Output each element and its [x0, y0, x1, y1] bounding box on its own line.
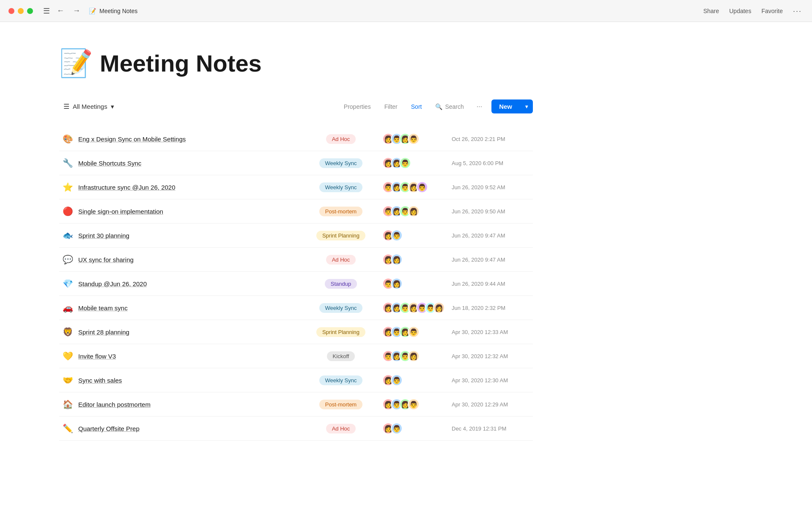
meeting-date: Jun 26, 2020 9:50 AM	[452, 208, 505, 215]
sort-button[interactable]: Sort	[408, 101, 425, 113]
table-row[interactable]: ✏️ Quarterly Offsite Prep Ad Hoc 👩👨Dec 4…	[59, 417, 533, 441]
meeting-tag: Ad Hoc	[326, 255, 356, 265]
meeting-emoji: 💛	[63, 351, 73, 361]
table-row[interactable]: 🚗 Mobile team sync Weekly Sync 👩👩👨👩👨👨👩Ju…	[59, 296, 533, 320]
meeting-name-cell: 🔴 Single sign-on implementation	[63, 206, 299, 216]
filter-button[interactable]: Filter	[381, 101, 401, 113]
meeting-name[interactable]: UX sync for sharing	[78, 256, 134, 263]
meeting-date: Jun 26, 2020 9:52 AM	[452, 184, 505, 190]
search-button[interactable]: 🔍 Search	[432, 101, 467, 113]
meeting-name[interactable]: Mobile Shortcuts Sync	[78, 160, 141, 167]
share-button[interactable]: Share	[703, 8, 719, 14]
favorite-button[interactable]: Favorite	[761, 8, 783, 14]
meeting-name-cell: 🚗 Mobile team sync	[63, 303, 299, 313]
meeting-name[interactable]: Invite flow V3	[78, 353, 116, 360]
meeting-avatars: 👩👨👩👨	[382, 133, 445, 145]
search-icon: 🔍	[435, 103, 442, 110]
meeting-name[interactable]: Sprint 30 planning	[78, 232, 129, 239]
meeting-emoji: 🚗	[63, 303, 73, 313]
meeting-emoji: 🎨	[63, 134, 73, 144]
table-row[interactable]: 🔴 Single sign-on implementation Post-mor…	[59, 199, 533, 224]
forward-button[interactable]: →	[71, 5, 82, 17]
meeting-name[interactable]: Eng x Design Sync on Mobile Settings	[78, 135, 186, 143]
meeting-name[interactable]: Sync with sales	[78, 377, 122, 384]
view-selector[interactable]: ☰ All Meetings ▾	[59, 100, 118, 113]
meeting-name[interactable]: Single sign-on implementation	[78, 208, 163, 215]
table-row[interactable]: 🔧 Mobile Shortcuts Sync Weekly Sync 👩👩👨A…	[59, 151, 533, 175]
table-row[interactable]: 💬 UX sync for sharing Ad Hoc 👩👩Jun 26, 2…	[59, 248, 533, 272]
meeting-avatars: 👨👩	[382, 278, 445, 290]
meeting-name-cell: ⭐ Infrastructure sync @Jun 26, 2020	[63, 182, 299, 192]
meeting-tag: Standup	[325, 279, 357, 289]
meeting-date: Apr 30, 2020 12:33 AM	[452, 329, 508, 335]
meeting-tag: Kickoff	[327, 351, 355, 361]
meeting-name-cell: 💛 Invite flow V3	[63, 351, 299, 361]
avatar: 👩	[408, 350, 420, 362]
table-row[interactable]: 💎 Standup @Jun 26, 2020 Standup 👨👩Jun 26…	[59, 272, 533, 296]
meeting-emoji: 💬	[63, 254, 73, 265]
page-emoji: 📝	[59, 47, 93, 79]
meeting-name[interactable]: Sprint 28 planning	[78, 329, 129, 336]
meeting-emoji: ⭐	[63, 182, 73, 192]
menu-button[interactable]: ☰	[43, 6, 50, 16]
titlebar-text: Meeting Notes	[99, 8, 137, 14]
meeting-date: Apr 30, 2020 12:29 AM	[452, 401, 508, 408]
table-row[interactable]: 🏠 Editor launch postmortem Post-mortem 👩…	[59, 392, 533, 417]
toolbar-more-button[interactable]: ···	[474, 100, 485, 113]
list-icon: ☰	[63, 102, 69, 110]
navigation: ☰ ← →	[41, 5, 82, 17]
meeting-tag: Weekly Sync	[319, 158, 363, 168]
meeting-avatars: 👩👨	[382, 374, 445, 386]
avatar: 👨	[391, 229, 403, 241]
meeting-name-cell: 🦁 Sprint 28 planning	[63, 327, 299, 337]
meeting-name[interactable]: Quarterly Offsite Prep	[78, 425, 140, 432]
table-row[interactable]: ⭐ Infrastructure sync @Jun 26, 2020 Week…	[59, 175, 533, 199]
table-row[interactable]: 💛 Invite flow V3 Kickoff 👨👩👨👩Apr 30, 202…	[59, 344, 533, 368]
meeting-name-cell: 🎨 Eng x Design Sync on Mobile Settings	[63, 134, 299, 144]
meeting-date: Jun 18, 2020 2:32 PM	[452, 305, 505, 311]
meeting-avatars: 👩👩👨	[382, 157, 445, 169]
avatar: 👨	[391, 422, 403, 434]
meeting-tag: Weekly Sync	[319, 375, 363, 385]
meeting-avatars: 👩👩👨👩👨👨👩	[382, 302, 445, 314]
titlebar-emoji: 📝	[89, 8, 96, 14]
meeting-tag: Post-mortem	[319, 207, 362, 216]
meeting-name-cell: 🤝 Sync with sales	[63, 375, 299, 385]
back-button[interactable]: ←	[55, 5, 66, 17]
meeting-avatars: 👩👨	[382, 422, 445, 434]
avatar: 👨	[391, 374, 403, 386]
meeting-emoji: 💎	[63, 279, 73, 289]
minimize-button[interactable]	[18, 8, 24, 14]
maximize-button[interactable]	[27, 8, 33, 14]
meeting-name[interactable]: Standup @Jun 26, 2020	[78, 280, 147, 287]
more-button[interactable]: ···	[793, 6, 802, 15]
meeting-emoji: 🏠	[63, 399, 73, 409]
meeting-emoji: 🤝	[63, 375, 73, 385]
avatar: 👩	[391, 254, 403, 265]
meeting-name[interactable]: Mobile team sync	[78, 304, 128, 312]
close-button[interactable]	[8, 8, 14, 14]
table-row[interactable]: 🐟 Sprint 30 planning Sprint Planning 👩👨J…	[59, 224, 533, 248]
meeting-name[interactable]: Editor launch postmortem	[78, 401, 151, 408]
meeting-emoji: 🦁	[63, 327, 73, 337]
meeting-name[interactable]: Infrastructure sync @Jun 26, 2020	[78, 184, 176, 191]
titlebar-title: 📝 Meeting Notes	[89, 8, 137, 14]
toolbar: ☰ All Meetings ▾ Properties Filter Sort …	[59, 99, 533, 113]
table-row[interactable]: 🎨 Eng x Design Sync on Mobile Settings A…	[59, 127, 533, 151]
table-row[interactable]: 🤝 Sync with sales Weekly Sync 👩👨Apr 30, …	[59, 368, 533, 392]
meeting-avatars: 👩👨👩👨	[382, 326, 445, 338]
avatar: 👩	[391, 278, 403, 290]
updates-button[interactable]: Updates	[729, 8, 751, 14]
meeting-name-cell: 🔧 Mobile Shortcuts Sync	[63, 158, 299, 168]
avatar: 👨	[408, 326, 420, 338]
meeting-avatars: 👩👨	[382, 229, 445, 241]
new-label: New	[491, 99, 520, 113]
meeting-avatars: 👨👩👨👩	[382, 350, 445, 362]
table-row[interactable]: 🦁 Sprint 28 planning Sprint Planning 👩👨👩…	[59, 320, 533, 344]
avatar: 👨	[399, 157, 411, 169]
view-label: All Meetings	[73, 103, 107, 110]
meeting-name-cell: 💎 Standup @Jun 26, 2020	[63, 279, 299, 289]
search-label: Search	[445, 103, 464, 110]
new-button[interactable]: New ▾	[491, 99, 533, 113]
properties-button[interactable]: Properties	[340, 101, 374, 113]
